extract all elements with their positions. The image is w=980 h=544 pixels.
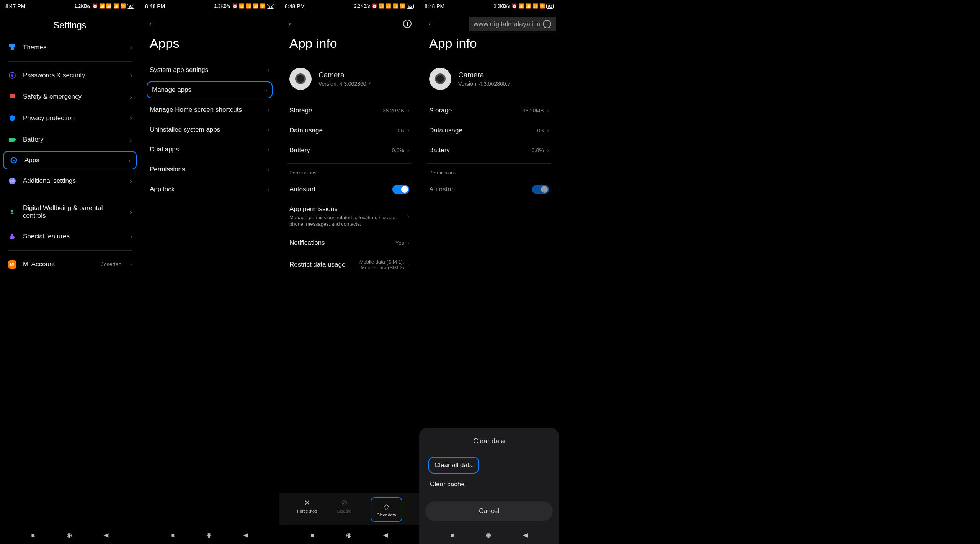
info-storage[interactable]: Storage 38.20MB › [419, 101, 559, 121]
watermark: www.digitalmalayali.in i [469, 17, 556, 31]
svg-point-12 [11, 210, 13, 212]
apps-item-uninstalled[interactable]: Uninstalled system apps › [140, 120, 279, 140]
chevron-icon: › [130, 177, 132, 185]
settings-item-additional[interactable]: Additional settings › [0, 170, 140, 192]
force-stop-button[interactable]: ✕ Force stop [293, 497, 321, 523]
nav-home[interactable]: ◉ [206, 531, 212, 539]
svg-point-10 [12, 181, 13, 182]
status-bar: 8:47 PM 1.2KB/s ⏰ 📶 📶 📶 🛜 92 [0, 0, 140, 12]
status-bar: 8:48 PM 0.0KB/s ⏰ 📶 📶 📶 🛜 92 [419, 0, 559, 12]
apps-item-lock[interactable]: App lock › [140, 179, 279, 199]
nav-recent[interactable]: ■ [171, 532, 175, 539]
settings-item-apps[interactable]: Apps › [3, 151, 137, 169]
btn-label: Force stop [297, 509, 317, 513]
heart-icon [8, 207, 17, 217]
status-speed: 1.3KB/s [214, 3, 230, 9]
settings-item-safety[interactable]: Safety & emergency › [0, 86, 140, 107]
chevron-icon: › [130, 114, 132, 122]
nav-home[interactable]: ◉ [486, 531, 491, 539]
apps-item-system[interactable]: System app settings › [140, 60, 279, 80]
info-app-permissions[interactable]: App permissions Manage permissions relat… [279, 200, 419, 233]
back-arrow-icon[interactable]: ← [287, 18, 296, 29]
item-label: Uninstalled system apps [150, 126, 265, 134]
status-time: 8:47 PM [5, 3, 25, 9]
settings-item-wellbeing[interactable]: Digital Wellbeing & parental controls › [0, 198, 140, 226]
settings-item-themes[interactable]: Themes › [0, 37, 140, 58]
disable-button: ⊘ Disable [333, 497, 355, 523]
chevron-icon: › [265, 86, 267, 93]
app-version: Version: 4.3.002860.7 [318, 81, 371, 87]
bottom-action-bar: ✕ Force stop ⊘ Disable ◇ Clear data [279, 493, 419, 525]
clear-cache-option[interactable]: Clear cache [425, 475, 553, 494]
status-right: 0.0KB/s ⏰ 📶 📶 📶 🛜 92 [494, 3, 554, 9]
nav-bar: ■ ◉ ◀ [0, 526, 140, 544]
nav-back[interactable]: ◀ [523, 531, 528, 539]
cancel-button[interactable]: Cancel [425, 501, 553, 521]
settings-item-mi-account[interactable]: MI Mi Account Josettan › [0, 254, 140, 275]
back-arrow-icon[interactable]: ← [427, 18, 436, 29]
chevron-icon: › [407, 261, 409, 268]
btn-label: Clear data [377, 513, 396, 517]
info-icon[interactable]: i [403, 20, 412, 28]
info-battery[interactable]: Battery 0.0% › [279, 140, 419, 160]
info-storage[interactable]: Storage 38.20MB › [279, 101, 419, 121]
app-version: Version: 4.3.002860.7 [458, 81, 510, 87]
eraser-icon: ◇ [384, 502, 389, 511]
apps-item-permissions[interactable]: Permissions › [140, 160, 279, 179]
row-value: 0B [537, 127, 544, 134]
apps-item-manage[interactable]: Manage apps › [147, 81, 273, 98]
chevron-icon: › [407, 239, 409, 246]
autostart-toggle[interactable] [392, 185, 409, 194]
settings-item-special[interactable]: Special features › [0, 226, 140, 247]
clear-all-data-option[interactable]: Clear all data [428, 457, 479, 474]
info-data-usage[interactable]: Data usage 0B › [279, 121, 419, 140]
nav-home[interactable]: ◉ [346, 531, 351, 539]
page-title: Apps [140, 29, 279, 60]
nav-recent[interactable]: ■ [451, 532, 454, 539]
camera-app-icon [429, 68, 451, 90]
flask-icon [8, 232, 17, 241]
nav-back[interactable]: ◀ [104, 531, 108, 539]
status-speed: 0.0KB/s [494, 3, 510, 9]
item-label: Apps [24, 156, 120, 164]
apps-item-shortcuts[interactable]: Manage Home screen shortcuts › [140, 100, 279, 120]
apps-item-dual[interactable]: Dual apps › [140, 140, 279, 160]
settings-item-battery[interactable]: Battery › [0, 129, 140, 150]
header-row: ← [140, 12, 279, 29]
permissions-header: Permissions [419, 167, 559, 179]
info-notifications[interactable]: Notifications Yes › [279, 233, 419, 253]
settings-item-passwords[interactable]: Passwords & security › [0, 65, 140, 86]
info-autostart[interactable]: Autostart [419, 179, 559, 200]
perm-desc: Manage permissions related to location, … [289, 215, 407, 228]
info-data-usage[interactable]: Data usage 0B › [419, 121, 559, 140]
status-speed: 1.2KB/s [75, 3, 91, 9]
status-time: 8:48 PM [425, 3, 444, 9]
item-label: Safety & emergency [23, 93, 121, 101]
chevron-icon: › [268, 126, 270, 133]
item-label: Privacy protection [23, 114, 121, 122]
info-autostart[interactable]: Autostart [279, 179, 419, 200]
divider [8, 250, 132, 251]
chevron-icon: › [268, 146, 270, 153]
alert-icon [8, 92, 17, 101]
row-label: Battery [289, 147, 392, 154]
info-battery[interactable]: Battery 0.0% › [419, 140, 559, 160]
nav-back[interactable]: ◀ [383, 531, 388, 539]
nav-recent[interactable]: ■ [311, 532, 315, 539]
row-label: Restrict data usage [289, 261, 359, 269]
camera-app-icon [289, 68, 312, 90]
chevron-icon: › [130, 233, 132, 241]
autostart-toggle[interactable] [532, 185, 549, 194]
nav-home[interactable]: ◉ [67, 531, 72, 539]
settings-item-privacy[interactable]: Privacy protection › [0, 107, 140, 129]
screen-app-info-dialog: 8:48 PM 0.0KB/s ⏰ 📶 📶 📶 🛜 92 ← www.digit… [419, 0, 559, 544]
nav-back[interactable]: ◀ [243, 531, 248, 539]
svg-point-7 [13, 160, 15, 161]
status-icons: ⏰ 📶 📶 📶 🛜 92 [92, 3, 134, 9]
nav-recent[interactable]: ■ [31, 532, 35, 539]
item-label: Additional settings [23, 177, 121, 185]
info-restrict[interactable]: Restrict data usage Mobile data (SIM 1),… [279, 253, 419, 277]
clear-data-button[interactable]: ◇ Clear data [371, 497, 402, 522]
chevron-icon: › [130, 136, 132, 144]
back-arrow-icon[interactable]: ← [147, 18, 157, 29]
